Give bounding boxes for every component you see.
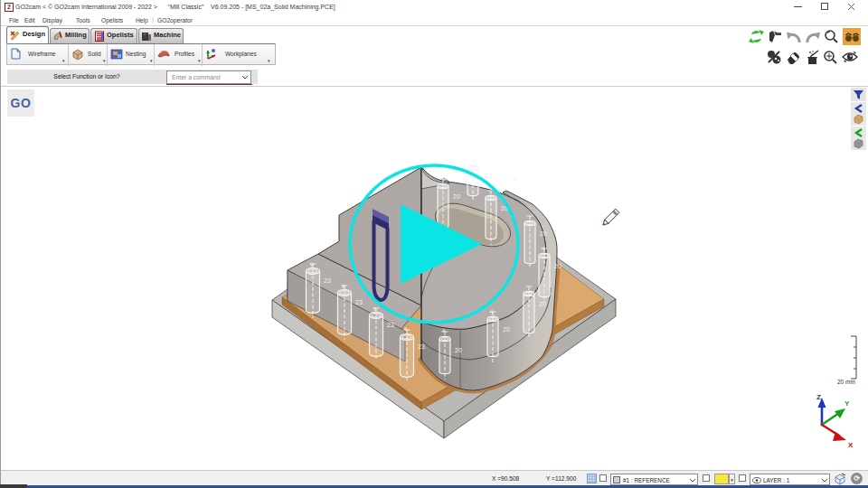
svg-text:23: 23: [355, 299, 363, 305]
svg-text:20: 20: [540, 230, 547, 237]
svg-text:23: 23: [418, 343, 425, 350]
svg-text:20: 20: [503, 326, 510, 333]
svg-text:23: 23: [324, 277, 331, 284]
svg-text:20: 20: [539, 301, 546, 307]
svg-text:20: 20: [455, 347, 462, 353]
svg-text:20: 20: [554, 263, 561, 269]
svg-text:4: 4: [513, 176, 516, 182]
svg-text:20: 20: [453, 193, 460, 200]
svg-text:20 mm: 20 mm: [837, 379, 855, 385]
svg-text:X: X: [848, 441, 854, 449]
svg-text:Y: Y: [844, 399, 850, 408]
svg-text:Z: Z: [816, 393, 821, 401]
svg-text:23: 23: [387, 322, 394, 328]
